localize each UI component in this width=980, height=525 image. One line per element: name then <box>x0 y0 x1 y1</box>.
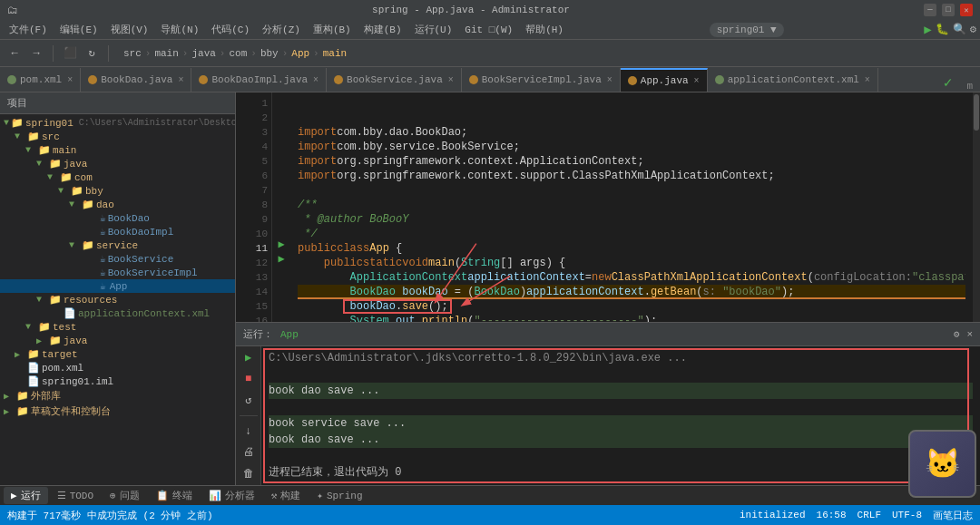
bc-java[interactable]: java <box>191 48 215 59</box>
project-selector[interactable]: spring01 ▼ <box>710 23 784 37</box>
run-output[interactable]: C:\Users\Administrator\.jdks\corretto-1.… <box>261 346 980 485</box>
expand-arrow: ▼ <box>15 131 25 141</box>
close-button[interactable]: ✕ <box>960 4 973 16</box>
menu-refactor[interactable]: 重构(B) <box>308 21 357 38</box>
project-icon: 📁 <box>11 117 24 129</box>
tree-bookdao[interactable]: ▶ ☕ BookDao <box>0 211 235 225</box>
menu-help[interactable]: 帮助(H) <box>520 21 569 38</box>
settings-button[interactable]: ⚙ <box>970 23 976 36</box>
tree-service[interactable]: ▼ 📁 service <box>0 238 235 252</box>
tab-appcontext-xml[interactable]: applicationContext.xml × <box>708 68 878 92</box>
tree-java[interactable]: ▼ 📁 java <box>0 157 235 170</box>
status-crlf[interactable]: CRLF <box>858 510 881 520</box>
run-sidebar: ▶ ■ ↺ ↓ 🖨 🗑 <box>236 346 261 485</box>
code-line-13: ApplicationContext applicationContext = … <box>298 270 965 285</box>
run-clear-button[interactable]: 🗑 <box>240 466 258 481</box>
cat-emoji: 🐱 <box>925 446 961 482</box>
tab-build[interactable]: ⚒ 构建 <box>264 487 309 504</box>
bc-main[interactable]: main <box>154 48 178 59</box>
tab-bookservice[interactable]: BookService.java × <box>327 68 462 92</box>
status-position[interactable]: 16:58 <box>817 510 847 520</box>
run-button[interactable]: ▶ <box>924 22 931 37</box>
bc-com[interactable]: com <box>229 48 247 59</box>
tree-bookdaoimpl[interactable]: ▶ ☕ BookDaoImpl <box>0 225 235 238</box>
bc-src[interactable]: src <box>123 48 142 59</box>
run-print-button[interactable]: 🖨 <box>240 444 258 460</box>
menu-view[interactable]: 视图(V) <box>105 21 154 38</box>
close-tab-pom[interactable]: × <box>67 75 73 85</box>
debug-button[interactable]: 🐛 <box>936 23 949 36</box>
tree-bby[interactable]: ▼ 📁 bby <box>0 184 235 198</box>
tree-resources[interactable]: ▼ 📁 resources <box>0 293 235 306</box>
tab-pom-xml[interactable]: pom.xml × <box>0 68 81 92</box>
tree-test[interactable]: ▼ 📁 test <box>0 320 235 334</box>
maximize-button[interactable]: □ <box>942 4 955 16</box>
run-close-button[interactable]: × <box>966 329 973 340</box>
tree-com[interactable]: ▼ 📁 com <box>0 170 235 184</box>
status-charset[interactable]: UTF-8 <box>892 510 922 520</box>
menu-edit[interactable]: 编辑(E) <box>54 21 103 38</box>
tab-bookdaoimpl[interactable]: BookDaoImpl.java × <box>191 68 327 92</box>
tab-bookserviceimpl[interactable]: BookServiceImpl.java × <box>462 68 621 92</box>
maven-icon[interactable]: m <box>959 81 980 92</box>
run-play-button[interactable]: ▶ <box>240 350 258 365</box>
menu-nav[interactable]: 导航(N) <box>155 21 204 38</box>
tree-appcontext[interactable]: ▶ 📄 applicationContext.xml <box>0 306 235 320</box>
run-gutter-icon2[interactable]: ▶ <box>278 252 284 267</box>
bc-bby[interactable]: bby <box>260 48 279 59</box>
sync-icon[interactable]: ↻ <box>83 44 101 63</box>
code-content[interactable]: import com.bby.dao.BookDao; import com.b… <box>290 92 973 322</box>
close-tab-bookdaoimpl[interactable]: × <box>313 75 318 85</box>
tab-spring[interactable]: ✦ Spring <box>309 488 369 503</box>
menu-file[interactable]: 文件(F) <box>4 21 53 38</box>
tab-todo[interactable]: ☰ TODO <box>50 488 101 503</box>
tab-profiler[interactable]: 📊 分析器 <box>201 487 262 504</box>
tree-app[interactable]: ▶ ☕ App <box>0 279 235 293</box>
tab-run[interactable]: ▶ 运行 <box>4 487 48 504</box>
minimize-button[interactable]: — <box>924 4 936 16</box>
bc-app[interactable]: App <box>291 48 309 59</box>
close-tab-bookservice[interactable]: × <box>448 75 454 85</box>
scrollbar-thumb[interactable] <box>974 94 979 131</box>
code-line-12: public static void main(String[] args) { <box>298 256 965 270</box>
tree-bookservice[interactable]: ▶ ☕ BookService <box>0 252 235 266</box>
tree-iml[interactable]: ▶ 📄 spring01.iml <box>0 374 235 388</box>
tree-scratch[interactable]: ▶ 📁 草稿文件和控制台 <box>0 403 235 419</box>
forward-button[interactable]: → <box>27 44 45 63</box>
search-everywhere[interactable]: 🔍 <box>953 23 966 36</box>
tree-external[interactable]: ▶ 📁 外部库 <box>0 388 235 403</box>
close-tab-bookserviceimpl[interactable]: × <box>607 75 612 85</box>
status-paint[interactable]: 画笔日志 <box>933 509 973 522</box>
tree-pom[interactable]: ▶ 📄 pom.xml <box>0 361 235 374</box>
tab-app-java[interactable]: App.java × <box>621 68 708 92</box>
tree-dao[interactable]: ▼ 📁 dao <box>0 198 235 211</box>
tab-bookdao[interactable]: BookDao.java × <box>81 68 191 92</box>
code-line-2 <box>298 111 965 125</box>
tab-terminal[interactable]: 📋 终端 <box>149 487 200 504</box>
tree-bookserviceimpl[interactable]: ▶ ☕ BookServiceImpl <box>0 266 235 279</box>
menu-code[interactable]: 代码(C) <box>206 21 255 38</box>
tree-target[interactable]: ▶ 📁 target <box>0 347 235 361</box>
menu-git[interactable]: Git □(W) <box>459 23 518 37</box>
tree-src[interactable]: ▼ 📁 src <box>0 130 235 143</box>
run-gutter-icon[interactable]: ▶ <box>278 238 284 252</box>
back-button[interactable]: ← <box>5 44 24 63</box>
tree-main[interactable]: ▼ 📁 main <box>0 143 235 157</box>
tree-test-java[interactable]: ▶ 📁 java <box>0 334 235 347</box>
run-stop-button[interactable]: ■ <box>240 371 258 386</box>
bc-main2[interactable]: main <box>323 48 347 59</box>
run-rerun-button[interactable]: ↺ <box>240 393 258 408</box>
menu-build[interactable]: 构建(B) <box>358 21 407 38</box>
close-tab-bookdao[interactable]: × <box>178 75 183 85</box>
vertical-scrollbar[interactable] <box>973 92 980 322</box>
run-settings-button[interactable]: ⚙ <box>954 328 960 340</box>
tree-spring01[interactable]: ▼ 📁 spring01 C:\Users\Administrator\Desk… <box>0 116 235 130</box>
folder-icon8: 📁 <box>49 294 62 306</box>
run-scroll-end[interactable]: ↓ <box>240 423 258 439</box>
close-tab-appcontext[interactable]: × <box>865 75 870 85</box>
close-tab-app[interactable]: × <box>694 76 700 86</box>
menu-run[interactable]: 运行(U) <box>409 21 458 38</box>
menu-analyze[interactable]: 分析(Z) <box>257 21 306 38</box>
tab-problems[interactable]: ⊕ 问题 <box>103 487 147 504</box>
build-icon[interactable]: ⬛ <box>61 44 79 63</box>
